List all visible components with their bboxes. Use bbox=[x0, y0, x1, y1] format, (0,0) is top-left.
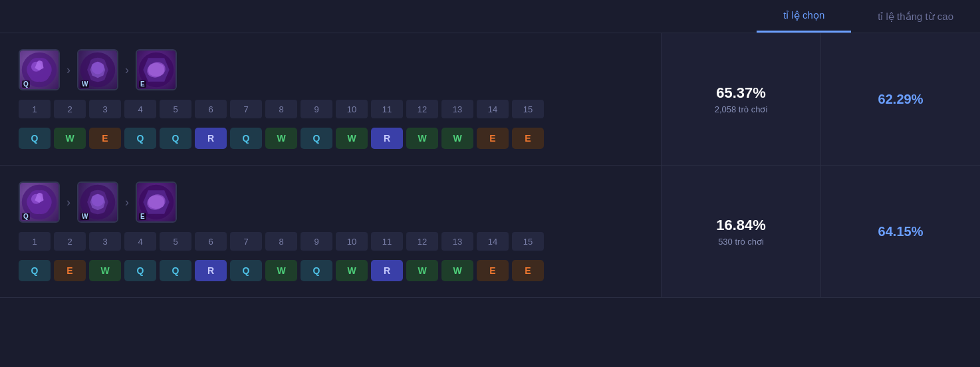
seq-2-14: E bbox=[477, 260, 509, 281]
secondary-stat-1: 62.29% bbox=[878, 92, 923, 107]
skill-icon-q1: Q bbox=[19, 49, 60, 90]
seq-2-15: E bbox=[512, 260, 544, 281]
icon-q1-label: Q bbox=[22, 80, 30, 88]
skill-icons-row-2: Q › W › bbox=[19, 182, 642, 223]
level-1-9: 9 bbox=[301, 100, 332, 118]
primary-stat-1: 65.37% bbox=[716, 84, 766, 102]
seq-2-13: W bbox=[441, 260, 473, 281]
levels-row-1: 1 2 3 4 5 6 7 8 9 10 11 12 13 14 15 bbox=[19, 100, 642, 118]
level-2-9: 9 bbox=[301, 232, 332, 251]
tab-pick-rate[interactable]: tỉ lệ chọn bbox=[757, 0, 851, 33]
seq-1-1: Q bbox=[19, 128, 51, 149]
level-2-6: 6 bbox=[195, 232, 227, 251]
seq-2-7: Q bbox=[230, 260, 262, 281]
level-1-1: 1 bbox=[19, 100, 51, 118]
skill-right-1: 65.37% 2,058 trò chơi bbox=[661, 33, 820, 165]
skill-icon-q2: Q bbox=[19, 182, 60, 223]
secondary-stat-2: 64.15% bbox=[878, 224, 923, 239]
arrow-4: › bbox=[122, 195, 132, 209]
primary-label-1: 2,058 trò chơi bbox=[715, 104, 768, 114]
seq-2-8: W bbox=[265, 260, 297, 281]
skill-icon-w1: W bbox=[77, 49, 118, 90]
skill-icon-e1: E bbox=[136, 49, 177, 90]
seq-1-7: Q bbox=[230, 128, 262, 149]
seq-1-4: Q bbox=[124, 128, 156, 149]
level-1-11: 11 bbox=[371, 100, 403, 118]
icon-q1-inner: Q bbox=[20, 51, 59, 89]
icon-q2-label: Q bbox=[22, 213, 30, 220]
primary-label-2: 530 trò chơi bbox=[718, 237, 764, 247]
seq-2-3: W bbox=[89, 260, 121, 281]
icon-e2-label: E bbox=[139, 213, 146, 220]
primary-stat-2: 16.84% bbox=[716, 217, 766, 234]
arrow-2: › bbox=[122, 63, 132, 77]
level-2-11: 11 bbox=[371, 232, 403, 251]
level-1-8: 8 bbox=[265, 100, 297, 118]
seq-2-4: Q bbox=[124, 260, 156, 281]
seq-1-5: Q bbox=[160, 128, 191, 149]
skill-icon-w2: W bbox=[77, 182, 118, 223]
seq-1-3: E bbox=[89, 128, 121, 149]
seq-2-9: Q bbox=[301, 260, 332, 281]
level-2-7: 7 bbox=[230, 232, 262, 251]
level-1-15: 15 bbox=[512, 100, 544, 118]
seq-1-8: W bbox=[265, 128, 297, 149]
levels-row-2: 1 2 3 4 5 6 7 8 9 10 11 12 13 14 15 bbox=[19, 232, 642, 251]
level-2-4: 4 bbox=[124, 232, 156, 251]
level-2-10: 10 bbox=[336, 232, 368, 251]
skill-right-2: 16.84% 530 trò chơi bbox=[661, 166, 820, 297]
level-2-13: 13 bbox=[441, 232, 473, 251]
level-2-1: 1 bbox=[19, 232, 51, 251]
skill-left-1: Q › W › bbox=[0, 33, 661, 165]
seq-1-11: R bbox=[371, 128, 403, 149]
tab-win-rate[interactable]: tỉ lệ thắng từ cao bbox=[851, 1, 980, 32]
icon-e2-inner: E bbox=[137, 183, 176, 221]
level-2-5: 5 bbox=[160, 232, 191, 251]
skill-left-2: Q › W › bbox=[0, 166, 661, 297]
level-1-5: 5 bbox=[160, 100, 191, 118]
level-2-15: 15 bbox=[512, 232, 544, 251]
seq-1-13: W bbox=[441, 128, 473, 149]
level-2-2: 2 bbox=[54, 232, 86, 251]
skill-icon-e2: E bbox=[136, 182, 177, 223]
level-2-14: 14 bbox=[477, 232, 509, 251]
skill-block-1: Q › W › bbox=[0, 33, 980, 166]
skill-seq-row-1: Q W E Q Q R Q W Q W R W W E E bbox=[19, 128, 642, 149]
level-1-7: 7 bbox=[230, 100, 262, 118]
skill-right-secondary-1: 62.29% bbox=[820, 33, 980, 165]
level-1-10: 10 bbox=[336, 100, 368, 118]
skill-right-secondary-2: 64.15% bbox=[820, 166, 980, 297]
seq-1-14: E bbox=[477, 128, 509, 149]
icon-e1-label: E bbox=[139, 80, 146, 88]
level-2-12: 12 bbox=[406, 232, 438, 251]
icon-w1-inner: W bbox=[78, 51, 117, 89]
level-1-12: 12 bbox=[406, 100, 438, 118]
skill-icons-row-1: Q › W › bbox=[19, 49, 642, 90]
tabs-header: tỉ lệ chọn tỉ lệ thắng từ cao bbox=[0, 0, 980, 33]
seq-2-1: Q bbox=[19, 260, 51, 281]
icon-q2-inner: Q bbox=[20, 183, 59, 221]
level-1-14: 14 bbox=[477, 100, 509, 118]
seq-2-11: R bbox=[371, 260, 403, 281]
seq-2-12: W bbox=[406, 260, 438, 281]
main-container: tỉ lệ chọn tỉ lệ thắng từ cao Q bbox=[0, 0, 980, 298]
seq-1-2: W bbox=[54, 128, 86, 149]
seq-2-5: Q bbox=[160, 260, 191, 281]
arrow-3: › bbox=[64, 195, 73, 209]
skill-seq-row-2: Q E W Q Q R Q W Q W R W W E E bbox=[19, 260, 642, 281]
seq-1-10: W bbox=[336, 128, 368, 149]
skill-block-2: Q › W › bbox=[0, 166, 980, 298]
level-1-4: 4 bbox=[124, 100, 156, 118]
level-2-3: 3 bbox=[89, 232, 121, 251]
icon-e1-inner: E bbox=[137, 51, 176, 89]
icon-w2-inner: W bbox=[78, 183, 117, 221]
seq-1-6: R bbox=[195, 128, 227, 149]
level-1-13: 13 bbox=[441, 100, 473, 118]
seq-1-15: E bbox=[512, 128, 544, 149]
seq-2-10: W bbox=[336, 260, 368, 281]
level-1-6: 6 bbox=[195, 100, 227, 118]
icon-w2-label: W bbox=[80, 213, 89, 220]
level-1-2: 2 bbox=[54, 100, 86, 118]
level-2-8: 8 bbox=[265, 232, 297, 251]
arrow-1: › bbox=[64, 63, 73, 77]
